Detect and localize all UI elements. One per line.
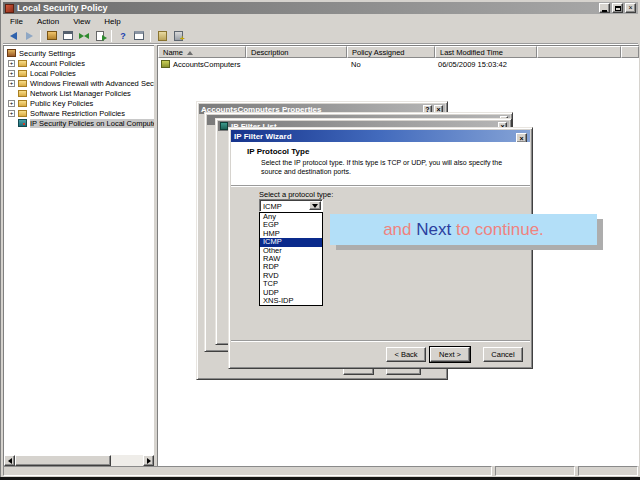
tutorial-caption: and Next to continue.	[330, 214, 597, 245]
wizard-titlebar[interactable]: IP Filter Wizard ×	[231, 130, 530, 142]
expand-icon[interactable]: +	[8, 70, 15, 77]
cell-name: AccountsComputers	[173, 60, 241, 69]
back-icon[interactable]	[6, 29, 20, 42]
toolbar-separator	[150, 30, 151, 42]
folder-icon	[18, 90, 27, 97]
button-separator	[231, 340, 530, 342]
expand-icon[interactable]: +	[8, 60, 15, 67]
minimize-icon	[602, 10, 607, 12]
status-pane-main	[3, 466, 492, 476]
menu-file[interactable]: File	[3, 17, 30, 26]
status-pane-mid	[495, 466, 575, 476]
column-header-last-modified[interactable]: Last Modified Time	[435, 46, 537, 58]
expand-icon[interactable]: +	[8, 80, 15, 87]
ip-filter-list-icon	[220, 122, 228, 130]
cancel-button[interactable]: Cancel	[483, 347, 523, 362]
column-header-blank	[537, 46, 621, 58]
toolbar-separator	[40, 30, 41, 42]
export-list-icon[interactable]	[93, 29, 107, 42]
menubar: File Action View Help	[3, 15, 638, 27]
list-row-accountscomputers[interactable]: AccountsComputers No 06/05/2009 15:03:42	[158, 59, 639, 70]
column-header-name[interactable]: Name	[158, 46, 246, 58]
window-title: Local Security Policy	[17, 3, 108, 13]
protocol-dropdown-list: Any EGP HMP ICMP Other RAW RDP RVD TCP U…	[259, 212, 323, 306]
caption-text-after: to continue.	[451, 220, 544, 240]
protocol-combobox[interactable]: ICMP	[259, 199, 323, 212]
folder-icon	[18, 80, 27, 87]
tree-item-account-policies[interactable]: + Account Policies	[8, 58, 85, 68]
scrollbar-thumb[interactable]	[15, 455, 111, 466]
ipsec-policy-item-icon	[161, 60, 170, 68]
help-icon[interactable]: ?	[116, 29, 130, 42]
folder-icon	[18, 60, 27, 67]
folder-icon	[18, 110, 27, 117]
cell-policy-assigned: No	[351, 60, 361, 69]
close-icon: ×	[628, 4, 632, 11]
status-pane-right	[578, 466, 638, 476]
app-icon	[5, 4, 14, 13]
toolbar-separator	[111, 30, 112, 42]
column-header-blank	[621, 46, 639, 58]
console-tree-pane: Security Settings + Account Policies + L…	[3, 45, 154, 466]
header-separator	[231, 185, 530, 187]
certificate-icon[interactable]	[155, 29, 169, 42]
refresh-icon[interactable]	[77, 29, 91, 42]
forward-icon[interactable]	[22, 29, 36, 42]
console-window-icon[interactable]	[132, 29, 146, 42]
wizard-heading: IP Protocol Type	[247, 147, 309, 156]
tree-item-network-list-manager[interactable]: Network List Manager Policies	[18, 88, 131, 98]
tree-item-software-restriction[interactable]: + Software Restriction Policies	[8, 108, 125, 118]
tree-item-ip-security-policies[interactable]: IP Security Policies on Local Computer	[18, 118, 154, 128]
show-console-tree-icon[interactable]	[45, 29, 59, 42]
chevron-down-icon[interactable]	[309, 201, 321, 210]
wizard-description-line2: source and destination ports.	[261, 168, 351, 175]
window-icon[interactable]	[61, 29, 75, 42]
option-xns-idp[interactable]: XNS-IDP	[260, 297, 322, 305]
expand-icon[interactable]: +	[8, 100, 15, 107]
add-policy-icon[interactable]: +	[171, 29, 185, 42]
protocol-type-label: Select a protocol type:	[259, 190, 333, 199]
sort-ascending-icon	[187, 51, 193, 55]
toolbar: ? +	[3, 28, 638, 44]
menu-action[interactable]: Action	[30, 17, 66, 26]
caption-text-accent: Next	[416, 220, 451, 240]
menu-view[interactable]: View	[66, 17, 97, 26]
restore-icon	[615, 6, 621, 11]
back-button[interactable]: < Back	[386, 347, 426, 362]
scroll-right-icon[interactable]	[143, 455, 154, 466]
folder-icon	[18, 100, 27, 107]
ip-filter-wizard-dialog: IP Filter Wizard × IP Protocol Type Sele…	[228, 127, 533, 369]
expand-icon[interactable]: +	[8, 110, 15, 117]
tree-item-windows-firewall[interactable]: + Windows Firewall with Advanced Securit…	[8, 78, 154, 88]
tree-item-local-policies[interactable]: + Local Policies	[8, 68, 76, 78]
scroll-left-icon[interactable]	[4, 455, 15, 466]
wizard-header: IP Protocol Type Select the IP protocol …	[231, 142, 530, 185]
folder-icon	[18, 70, 27, 77]
wizard-title: IP Filter Wizard	[234, 132, 292, 141]
column-header-policy-assigned[interactable]: Policy Assigned	[347, 46, 435, 58]
column-header-description[interactable]: Description	[246, 46, 347, 58]
next-button[interactable]: Next >	[430, 347, 470, 362]
statusbar	[3, 466, 638, 477]
combobox-value: ICMP	[263, 202, 282, 211]
restore-button[interactable]	[612, 3, 623, 13]
screen: Local Security Policy × File Action View…	[0, 0, 640, 480]
tree-item-security-settings[interactable]: Security Settings	[7, 48, 75, 58]
caption-text-before: and	[383, 220, 416, 240]
security-settings-icon	[7, 49, 16, 57]
wizard-description-line1: Select the IP protocol type. If this typ…	[261, 159, 502, 166]
ipsec-policy-icon	[18, 119, 27, 127]
menu-help[interactable]: Help	[97, 17, 127, 26]
minimize-button[interactable]	[599, 3, 610, 13]
tree-hscrollbar[interactable]	[4, 455, 154, 466]
tree-item-public-key-policies[interactable]: + Public Key Policies	[8, 98, 93, 108]
list-header: Name Description Policy Assigned Last Mo…	[158, 46, 639, 58]
cell-last-modified: 06/05/2009 15:03:42	[438, 60, 507, 69]
close-button[interactable]: ×	[625, 3, 636, 13]
window-titlebar[interactable]: Local Security Policy ×	[3, 2, 638, 14]
